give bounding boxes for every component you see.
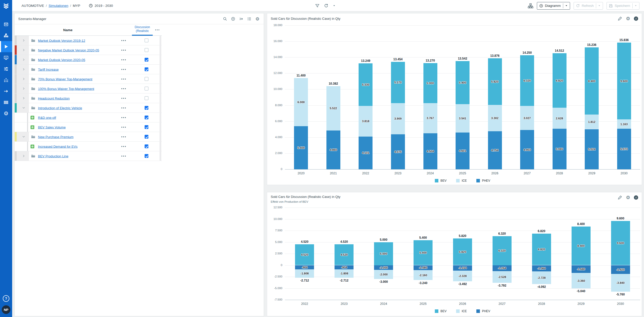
sidebar-item-model[interactable] <box>0 30 12 41</box>
sidebar-item-settings[interactable]: ⚙ <box>0 108 12 119</box>
row-actions-icon[interactable] <box>121 144 127 148</box>
row-actions-icon[interactable] <box>121 135 127 139</box>
bar-segment-bev: 5.170 <box>391 62 405 103</box>
scenario-link[interactable]: Headcount Reduction <box>38 96 70 100</box>
bar-segment-phev: -1.164 <box>453 265 472 271</box>
chevron-down-icon[interactable] <box>15 132 29 141</box>
column-header-name[interactable]: Name <box>15 24 121 36</box>
discussion-checkbox[interactable] <box>145 87 148 90</box>
list-columns-icon[interactable] <box>247 17 251 21</box>
scenario-link[interactable]: 100% Bonus Waiver Top-Management <box>38 87 94 90</box>
legend-item[interactable]: ICE <box>456 179 467 182</box>
scenario-link[interactable]: Market Outlook Version 2019-12 <box>38 39 85 42</box>
table-scrollbar[interactable] <box>160 36 161 161</box>
discussion-checkbox[interactable] <box>145 106 148 110</box>
column-menu-icon[interactable] <box>154 28 160 32</box>
discussion-checkbox[interactable] <box>145 154 148 158</box>
sidebar-item-flows[interactable] <box>0 86 12 97</box>
sidebar-item-data[interactable] <box>0 97 12 108</box>
discussion-checkbox[interactable] <box>145 48 148 52</box>
gear-icon[interactable]: ⚙ <box>626 195 630 200</box>
row-actions-icon[interactable] <box>121 67 127 71</box>
user-avatar[interactable]: NP <box>2 305 10 314</box>
scenario-link[interactable]: New Purchase Premium <box>38 135 73 139</box>
row-actions-icon[interactable] <box>121 116 127 120</box>
legend-item[interactable]: BEV <box>435 309 446 313</box>
sidebar-item-simulation[interactable] <box>0 41 12 52</box>
chevron-right-icon[interactable] <box>15 36 29 45</box>
add-scenario-icon[interactable] <box>231 17 235 21</box>
refresh-icon[interactable] <box>324 4 328 8</box>
row-actions-icon[interactable] <box>121 96 127 100</box>
info-icon[interactable]: i <box>634 16 638 21</box>
scenario-link[interactable]: Introduction of Electric Vehicle <box>38 106 82 110</box>
sidebar-item-network[interactable] <box>0 74 12 86</box>
chevron-down-icon[interactable] <box>333 4 336 7</box>
discussion-checkbox[interactable] <box>145 96 148 100</box>
info-icon[interactable]: i <box>634 195 638 200</box>
row-actions-icon[interactable] <box>121 77 127 81</box>
row-actions-icon[interactable] <box>121 154 127 158</box>
chevron-right-icon[interactable] <box>15 151 29 161</box>
chevron-right-icon[interactable] <box>15 55 29 64</box>
chevron-down-icon[interactable] <box>565 4 568 7</box>
gear-icon[interactable]: ⚙ <box>626 16 630 21</box>
row-actions-icon[interactable] <box>121 39 127 43</box>
legend-item[interactable]: PHEV <box>476 179 490 182</box>
sidebar-item-levers[interactable] <box>0 63 12 74</box>
row-actions-icon[interactable] <box>121 87 127 91</box>
row-actions-icon[interactable] <box>121 125 127 129</box>
folder-icon <box>31 67 35 72</box>
bar-segment-ice: 1.163 <box>617 119 631 129</box>
chevron-down-icon[interactable] <box>15 103 29 113</box>
scenario-link[interactable]: Tariff Increase <box>38 67 58 71</box>
legend-item[interactable]: PHEV <box>476 309 490 313</box>
breadcrumb-root[interactable]: AUTOMOTIVE <box>22 4 44 8</box>
save-button[interactable]: Speichern <box>607 2 639 10</box>
sidebar-item-presentation[interactable] <box>0 52 12 63</box>
diagram-button[interactable]: Diagramm <box>537 2 570 10</box>
row-actions-icon[interactable] <box>121 58 127 62</box>
scenario-link[interactable]: BEV Production Line <box>38 154 68 158</box>
search-icon[interactable] <box>223 17 227 21</box>
legend-item[interactable]: ICE <box>456 309 467 313</box>
app-logo-icon[interactable] <box>0 0 12 12</box>
org-chart-button[interactable] <box>528 3 533 9</box>
discussion-checkbox[interactable] <box>145 144 148 148</box>
discussion-checkbox[interactable] <box>145 116 148 119</box>
chevron-right-icon[interactable] <box>15 45 29 55</box>
sidebar-item-archive[interactable] <box>0 19 12 30</box>
filter-icon[interactable] <box>315 4 320 8</box>
discussion-checkbox[interactable] <box>145 67 148 71</box>
gear-icon[interactable]: ⚙ <box>255 17 260 21</box>
edit-icon[interactable] <box>618 195 622 200</box>
scenario-link[interactable]: Market Outlook Version 2020-05 <box>38 58 85 62</box>
legend-item[interactable]: BEV <box>435 179 446 182</box>
legend-label: BEV <box>440 179 446 182</box>
scenario-link[interactable]: Negative Market Outlook Version 2020-05 <box>38 48 99 52</box>
scenario-link[interactable]: Increased Demand for EVs <box>38 144 77 148</box>
discussion-checkbox[interactable] <box>145 39 148 42</box>
bar-bottom-label: -3.240 <box>411 281 436 285</box>
chevron-right-icon[interactable] <box>15 94 29 103</box>
x-axis-label: 2026 <box>453 302 473 306</box>
help-button[interactable]: ? <box>3 295 9 302</box>
export-arrow-icon[interactable] <box>239 17 243 21</box>
bar-bottom-label: -4.092 <box>529 285 554 289</box>
breadcrumb-link-simulationen[interactable]: Simulationen <box>49 4 68 8</box>
scenario-link[interactable]: BEV Sales Volume <box>38 125 66 129</box>
discussion-checkbox[interactable] <box>145 58 148 62</box>
discussion-checkbox[interactable] <box>145 135 148 139</box>
discussion-checkbox[interactable] <box>145 77 148 81</box>
refresh-button[interactable]: Refresh <box>574 2 603 10</box>
chevron-right-icon[interactable] <box>15 74 29 84</box>
discussion-checkbox[interactable] <box>145 125 148 129</box>
column-header-discussion[interactable]: Discussion (Realistic <box>132 25 153 33</box>
scenario-link[interactable]: R&D one-off <box>38 116 56 119</box>
chevron-right-icon[interactable] <box>15 84 29 93</box>
scenario-link[interactable]: 70% Bonus Waiver Top-Management <box>38 77 92 81</box>
chevron-right-icon[interactable] <box>15 65 29 74</box>
row-actions-icon[interactable] <box>121 106 127 110</box>
edit-icon[interactable] <box>618 16 622 21</box>
row-actions-icon[interactable] <box>121 48 127 52</box>
